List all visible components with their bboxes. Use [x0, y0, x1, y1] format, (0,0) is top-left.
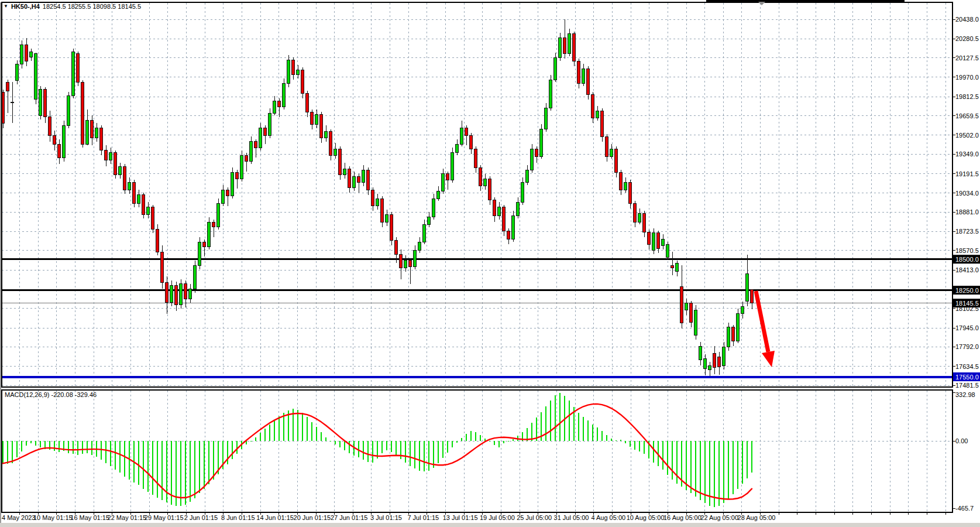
candle-bear [212, 222, 215, 227]
candle-bear [100, 128, 103, 150]
candle-bear [409, 261, 412, 267]
date-label: 16 Aug 05:00 [663, 514, 702, 521]
candle-bull [568, 34, 571, 54]
price-tick-label: 20280.5 [955, 35, 979, 42]
candle-bear [25, 45, 28, 61]
candle-bull [526, 170, 529, 182]
candle-bull [746, 273, 749, 302]
date-label: 16 May 01:15 [70, 514, 109, 521]
candle-bull [699, 347, 702, 360]
candle-bull [610, 149, 613, 157]
macd-tick-label: 0.00 [955, 437, 968, 444]
candle-bull [119, 166, 122, 175]
candle-bull [222, 190, 225, 203]
candle-bear [400, 254, 403, 268]
candle-bull [95, 128, 98, 138]
candle-bull [624, 183, 627, 190]
macd-tick-label: 332.98 [955, 391, 975, 398]
candle-bull [666, 245, 669, 258]
price-tick-label: 19502.0 [955, 132, 979, 139]
candle-bull [741, 306, 744, 314]
candle-bear [629, 183, 632, 204]
candle-bull [521, 183, 524, 203]
candle-bull [685, 303, 688, 310]
candle-bear [713, 353, 716, 367]
price-tick-label: 17481.5 [955, 382, 979, 389]
date-label: 14 Jun 01:15 [256, 514, 294, 521]
candle-bear [690, 303, 693, 323]
candle-bear [573, 34, 576, 61]
candle-bear [77, 54, 80, 83]
price-tick-label: 19034.0 [955, 190, 979, 197]
candle-bear [156, 230, 159, 252]
candle-bear [643, 213, 646, 232]
candle-bear [648, 232, 651, 244]
symbol-dropdown-icon[interactable]: ▼ [4, 4, 8, 9]
candle-bull [67, 96, 70, 126]
price-tick-label: 18881.0 [955, 208, 979, 215]
candle-bull [414, 251, 417, 266]
date-label: 19 Jul 05:00 [480, 514, 515, 521]
price-tick-label: 17792.0 [955, 343, 979, 350]
candle-bear [592, 95, 594, 118]
candle-bull [217, 204, 220, 227]
candle-bear [446, 174, 449, 180]
candle-bull [376, 199, 379, 206]
candle-bull [460, 128, 463, 144]
candle-bear [142, 195, 145, 215]
candle-bull [189, 289, 192, 299]
candle-bull [39, 89, 42, 115]
candle-bear [470, 135, 473, 149]
chart-canvas[interactable]: 20438.020280.520127.519970.019812.519659… [0, 0, 980, 527]
candle-bear [278, 101, 281, 107]
candle-bull [737, 314, 740, 341]
candle-bull [386, 215, 388, 223]
candle-bull [531, 149, 534, 170]
candle-bull [259, 128, 262, 148]
indicator-label: MACD(12,26,9) -220.08 -329.46 [5, 391, 97, 398]
price-tick-label: 17634.5 [955, 363, 979, 370]
date-label: 27 Jun 01:15 [331, 514, 368, 521]
candle-bull [250, 142, 253, 162]
price-tick-label: 19970.0 [955, 74, 979, 81]
candle-bear [123, 166, 126, 190]
candle-bear [493, 200, 496, 215]
candle-bear [292, 60, 295, 74]
candle-bull [283, 84, 286, 107]
candle-bull [194, 265, 197, 289]
candle-bear [381, 199, 384, 222]
window-bottom-strip [0, 523, 980, 527]
candle-bull [512, 216, 515, 239]
candle-bear [6, 82, 9, 91]
candle-bull [109, 153, 112, 160]
date-label: 4 Aug 05:00 [591, 514, 625, 521]
price-badge-label: 18145.5 [955, 300, 979, 307]
candle-bull [315, 114, 318, 124]
candle-bear [620, 173, 623, 190]
candle-bear [615, 149, 618, 173]
candle-bear [44, 89, 47, 117]
candle-bull [652, 233, 655, 251]
candle-bear [152, 207, 154, 230]
candle-bear [390, 215, 393, 241]
symbol-title: HK50-,H4 [11, 3, 40, 10]
candle-bull [35, 54, 37, 100]
date-label: 22 May 01:15 [108, 514, 147, 521]
date-label: 8 Jun 01:15 [221, 514, 255, 521]
candle-bull [198, 242, 201, 265]
candle-bear [329, 132, 332, 155]
candle-bull [451, 153, 454, 180]
candle-bull [709, 366, 711, 370]
candle-bull [269, 113, 271, 135]
candle-bear [236, 173, 239, 179]
candle-bear [671, 265, 674, 268]
quote-ohlc: 18254.5 18255.5 18098.5 18145.5 [43, 3, 141, 10]
candle-bull [498, 207, 501, 216]
candle-bull [297, 70, 300, 74]
date-label: 31 Jul 05:00 [554, 514, 589, 521]
candle-bull [662, 239, 665, 246]
price-badge-label: 18250.0 [955, 287, 979, 294]
date-label: 7 Jul 01:15 [407, 514, 439, 521]
candle-bull [517, 202, 520, 215]
date-label: 4 May 2023 [2, 514, 35, 521]
